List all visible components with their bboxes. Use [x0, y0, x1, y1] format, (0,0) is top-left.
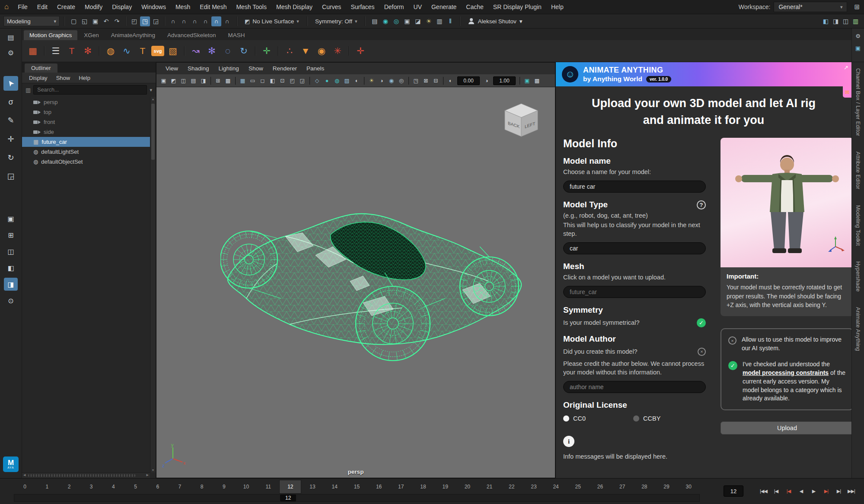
menu-item-modify[interactable]: Modify [80, 3, 107, 10]
select-by-object-icon[interactable]: ◳ [140, 16, 150, 26]
lock-camera-icon[interactable]: ◩ [169, 76, 178, 85]
single-pane-layout-icon[interactable]: ▣ [4, 212, 18, 225]
menu-item-file[interactable]: File [13, 3, 32, 10]
light-editor-icon[interactable]: ☀ [424, 16, 434, 26]
menu-item-help[interactable]: Help [546, 3, 568, 10]
live-surface-dropdown[interactable]: ◩ No Live Surface ▾ [241, 16, 303, 26]
scroll-right-icon[interactable]: ▶ [147, 473, 149, 477]
shelf-tab-motion-graphics[interactable]: Motion Graphics [24, 30, 77, 40]
snap-together-icon[interactable]: ∩ [222, 16, 232, 26]
timeline-frame-23[interactable]: 23 [523, 480, 545, 494]
timeline-frame-2[interactable]: 2 [58, 480, 80, 494]
outliner-persp-layout-icon[interactable]: ◨ [4, 278, 18, 291]
timeline-ruler[interactable]: 0123456789101112131415161718192021222324… [14, 480, 700, 494]
shelf-tab-advancedskeleton[interactable]: AdvancedSkeleton [162, 30, 222, 40]
toggle-hypershade-icon[interactable]: ◨ [831, 16, 841, 26]
render-current-frame-icon[interactable]: ◉ [380, 16, 390, 26]
poly-sphere-wire-icon[interactable]: ◍ [103, 44, 118, 58]
menu-item-deform[interactable]: Deform [379, 3, 409, 10]
resolution-gate-icon[interactable]: ◻ [258, 76, 267, 85]
select-by-component-icon[interactable]: ◲ [151, 16, 161, 26]
outliner-item-defaultobjectset[interactable]: ◍defaultObjectSet [22, 157, 150, 167]
menu-set-dropdown[interactable]: Modeling ▾ [3, 16, 60, 26]
license-option-ccby[interactable]: CCBY [633, 415, 660, 422]
menu-item-mesh-tools[interactable]: Mesh Tools [231, 3, 271, 10]
scale-tool-icon[interactable]: ◲ [3, 169, 18, 184]
shelf-options-icon[interactable]: ⚙ [853, 31, 863, 41]
viewport-menu-lighting[interactable]: Lighting [214, 65, 244, 72]
viewport-menu-panels[interactable]: Panels [302, 65, 329, 72]
render-setup-icon[interactable]: ▥ [434, 16, 444, 26]
timeline-frame-11[interactable]: 11 [257, 480, 279, 494]
shadows-icon[interactable]: ◑ [377, 76, 386, 85]
oversampling-icon[interactable]: ▩ [223, 76, 233, 85]
symmetry-dropdown[interactable]: Symmetry: Off ▾ [312, 16, 361, 26]
consent-check-icon[interactable]: ✓ [728, 361, 737, 370]
wireframe-car-model[interactable] [220, 195, 528, 368]
snap-to-projected-center-icon[interactable]: ∩ [201, 16, 210, 26]
menu-item-curves[interactable]: Curves [317, 3, 346, 10]
textured-mode-icon[interactable]: ▨ [342, 76, 351, 85]
split-pane-layout-icon[interactable]: ◧ [4, 261, 18, 274]
model-name-input[interactable] [563, 181, 706, 193]
all-lights-icon[interactable]: ☀ [367, 76, 376, 85]
scroll-left-icon[interactable]: ◀ [23, 473, 26, 477]
upload-button[interactable]: Upload [721, 422, 851, 434]
magnifier-icon[interactable]: ⊙ [4, 294, 18, 307]
toggle-channel-box-icon[interactable]: ▥ [851, 16, 861, 26]
panel-stack-icon[interactable]: ▣ [853, 43, 863, 53]
outliner-menu-help[interactable]: Help [74, 75, 95, 81]
outliner-item-side[interactable]: side [22, 127, 150, 137]
menu-item-sr-display-plugin[interactable]: SR Display Plugin [488, 3, 546, 10]
x-ray-icon[interactable]: ⊠ [421, 76, 430, 85]
wireframe-mode-icon[interactable]: ◇ [312, 76, 322, 85]
right-tab-attribute-editor[interactable]: Attribute Editor [855, 152, 861, 189]
shelf-editor-icon[interactable]: ▤ [5, 31, 17, 43]
model-type-input[interactable] [563, 242, 706, 254]
outliner-item-top[interactable]: top [22, 107, 150, 117]
motion-trail-icon[interactable]: ↝ [188, 44, 203, 58]
outliner-menu-show[interactable]: Show [52, 75, 75, 81]
timeline-frame-21[interactable]: 21 [478, 480, 501, 494]
timeline-frame-10[interactable]: 10 [235, 480, 257, 494]
outliner-tab[interactable]: Outliner [25, 63, 57, 73]
filter-icon[interactable]: ▥ [26, 87, 31, 93]
film-gate-icon[interactable]: ▭ [248, 76, 257, 85]
scrollbar-thumb[interactable] [28, 474, 135, 477]
exposure-field[interactable]: 0.00 [457, 76, 480, 85]
constraints-link[interactable]: model processing constraints [743, 369, 829, 376]
timeline-frame-8[interactable]: 8 [191, 480, 213, 494]
timeline-frame-16[interactable]: 16 [368, 480, 390, 494]
bookmark-icon[interactable]: ▤ [189, 76, 198, 85]
menu-item-display[interactable]: Display [107, 3, 137, 10]
type-tool-icon[interactable]: T [64, 44, 79, 58]
gamma-field[interactable]: 1.00 [493, 76, 516, 85]
timeline-frame-12[interactable]: 12 [279, 480, 301, 494]
help-icon[interactable]: ? [697, 200, 706, 209]
export-icon[interactable]: ↗ [844, 64, 848, 71]
circularize-icon[interactable]: ↻ [236, 44, 251, 58]
menu-item-create[interactable]: Create [52, 3, 80, 10]
outliner-item-persp[interactable]: persp [22, 97, 150, 107]
timeline-frame-30[interactable]: 30 [678, 480, 700, 494]
timeline-frame-9[interactable]: 9 [213, 480, 235, 494]
timeline-frame-20[interactable]: 20 [456, 480, 478, 494]
pause-playback-icon[interactable]: ‖ [445, 16, 455, 26]
menu-item-edit[interactable]: Edit [32, 3, 52, 10]
snap-to-curve-icon[interactable]: ∩ [179, 16, 189, 26]
current-frame-field[interactable] [724, 485, 743, 497]
shelf-tab-mash[interactable]: MASH [222, 30, 250, 40]
type-text-icon[interactable]: T [135, 44, 150, 58]
right-tab-animate-anything[interactable]: Animate Anything [855, 307, 861, 351]
ipr-render-icon[interactable]: ◎ [391, 16, 401, 26]
gate-mask-icon[interactable]: ◧ [268, 76, 277, 85]
cloth-icon[interactable]: ▼ [298, 44, 313, 58]
timeline-frame-1[interactable]: 1 [36, 480, 58, 494]
marking-menu-gear-icon[interactable]: ⚙ [5, 47, 17, 59]
particle-emitter-icon[interactable]: ∴ [282, 44, 297, 58]
four-pane-layout-icon[interactable]: ⊞ [4, 228, 18, 241]
author-toggle-icon[interactable]: × [698, 348, 706, 356]
add-attribute-icon[interactable]: ✛ [353, 44, 368, 58]
timeline-frame-25[interactable]: 25 [567, 480, 589, 494]
wireframe-on-shaded-icon[interactable]: ◍ [332, 76, 341, 85]
